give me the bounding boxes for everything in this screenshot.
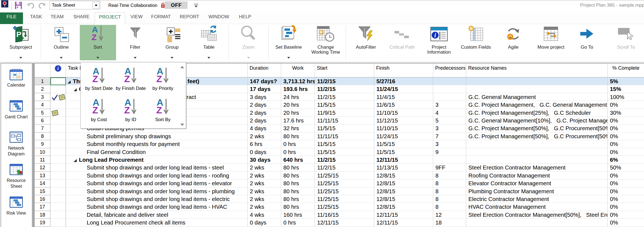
svg-text:Z: Z bbox=[124, 105, 130, 114]
svg-text:Z: Z bbox=[92, 105, 98, 114]
svg-text:Z: Z bbox=[156, 74, 162, 83]
svg-text:Z: Z bbox=[124, 74, 130, 83]
svg-text:P: P bbox=[16, 30, 21, 39]
svg-text:Z: Z bbox=[156, 105, 162, 114]
svg-text:i: i bbox=[434, 32, 436, 39]
svg-text:Z: Z bbox=[91, 33, 96, 41]
svg-text:Z: Z bbox=[92, 74, 98, 83]
